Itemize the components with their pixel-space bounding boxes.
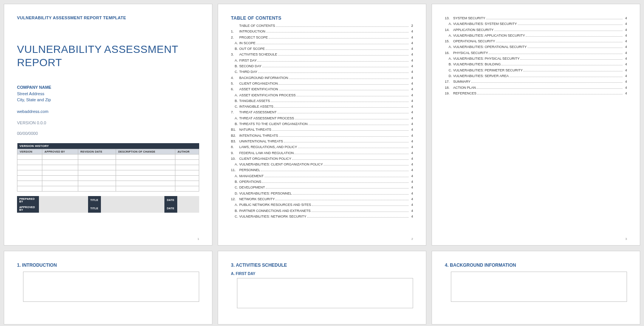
toc-number: B. [231,98,239,104]
document-title: VULNERABILITY ASSESSMENT REPORT [17,43,199,69]
toc-number: B. [231,179,239,185]
signoff-table: PREPARED BY TITLE DATE APPROVED BY TITLE… [17,196,199,213]
toc-number: 7. [231,110,239,115]
toc-dots [279,136,409,137]
toc-dots [256,44,409,44]
table-row [17,170,199,175]
toc-page: 4 [409,110,413,115]
toc-text: PUBLIC NETWORK RESOURCES AND SITES [239,202,311,208]
toc-dots [279,90,409,90]
toc-number: A. [231,58,239,63]
table-row [17,181,199,186]
toc-number: B. [231,121,239,127]
toc-page: 4 [623,39,627,44]
toc-text: TANGIBLE ASSETS [239,98,270,104]
toc-number: A. [231,162,239,167]
toc-text: IN SCOPE [239,40,255,46]
date-label: 00/00/0000 [17,131,199,136]
toc-entry: 18.ACTION PLAN4 [445,85,627,91]
toc-entry: 1.INTRODUCTION4 [231,29,413,34]
toc-entry: A.MANAGEMENT4 [231,173,413,179]
table-row [17,175,199,181]
toc-number: 19. [445,91,453,96]
toc-text: FIRST DAY [239,58,257,63]
toc-text: ACTIVITIES SCHEDULE [239,52,277,57]
template-header: VULNERABILITY ASSESSMENT REPORT TEMPLATE [17,15,199,20]
page-5: 3. ACTIVITIES SCHEDULE A. FIRST DAY [218,251,426,324]
page-3: 13.SYSTEM SECURITY4A.VULNERABILITIES: SY… [432,4,640,246]
toc-entry: B.VULNERABILITIES: BUILDING4 [445,62,627,67]
toc-page: 4 [623,91,627,96]
toc-number: A. [445,21,453,27]
toc-entry: C.VULNERABILITIES: NETWORK SECURITY4 [231,214,413,219]
toc-text: THREATS TO THE CLIENT ORGANIZATION [239,121,308,127]
section-3-header: 3. ACTIVITIES SCHEDULE [231,263,413,268]
toc-page: 4 [623,73,627,79]
toc-dots [523,71,622,71]
toc-text: ACTION PLAN [453,85,476,91]
toc-entry: 9.FEDERAL LAW AND REGULATION4 [231,150,413,156]
toc-dots [289,79,409,79]
content-box [451,272,627,302]
toc-text: CLIENT ORGANIZATION [239,81,278,87]
toc-dots [307,217,409,218]
toc-entry: 10.CLIENT ORGANIZATION POLICY4 [231,156,413,162]
toc-dots [295,119,409,119]
toc-page: 4 [623,56,627,62]
toc-page: 4 [409,81,413,87]
content-box [23,272,199,302]
table-row [17,186,199,191]
toc-dots [266,32,409,32]
toc-list-continued: 13.SYSTEM SECURITY4A.VULNERABILITIES: SY… [445,15,627,96]
toc-entry: A.VULNERABILITIES: CLIENT ORGANIZATION P… [231,162,413,167]
toc-page: 4 [409,40,413,46]
toc-page: 4 [623,85,627,91]
toc-dots [520,59,622,60]
toc-page: 4 [623,21,627,27]
toc-dots [486,19,622,19]
toc-dots [509,77,622,77]
toc-number: 1. [231,29,239,34]
toc-number: B2. [231,133,239,139]
toc-dots [298,148,409,148]
toc-entry: B2.INTENTIONAL THREATS4 [231,133,413,139]
toc-entry: C.DEVELOPMENT4 [231,185,413,190]
vh-col-revdate: REVISION DATE [78,149,116,154]
toc-dots [312,205,409,206]
toc-entry: A.ASSET IDENTIFICATION PROCESS4 [231,93,413,98]
page-4: 1. INTRODUCTION [4,251,212,324]
toc-dots [526,36,622,37]
toc-text: FEDERAL LAW AND REGULATION [239,150,294,156]
toc-text: APPLICATION SECURITY [453,27,494,33]
toc-text: VULNERABILITIES: PERSONNEL [239,191,292,196]
table-row [17,154,199,159]
section-4-header: 4. BACKGROUND INFORMATION [445,263,627,268]
title-label: TITLE [88,196,101,204]
toc-number: B. [231,63,239,69]
table-row [17,165,199,170]
toc-text: CLIENT ORGANIZATION POLICY [239,156,291,162]
company-block: COMPANY NAME Street Address City, State … [17,84,199,103]
toc-number: 5. [231,81,239,87]
toc-dots [258,73,409,73]
page-number: 3 [625,237,627,241]
toc-text: TABLE OF CONTENTS [239,23,275,29]
toc-text: THIRD DAY [239,69,257,75]
toc-dots [311,212,409,212]
toc-page: 4 [409,156,413,162]
toc-number: 8. [231,144,239,150]
vh-col-approved: APPROVED BY [42,149,78,154]
toc-text: VULNERABILITIES: APPLICATION SECURITY [453,33,525,39]
toc-text: INTANGIBLE ASSETS [239,104,273,110]
toc-page: 4 [409,63,413,69]
toc-page: 4 [623,27,627,33]
toc-text: OPERATIONAL SECURITY [453,39,495,44]
toc-entry: D.VULNERABILITIES: PERSONNEL4 [231,191,413,196]
toc-number: 6. [231,87,239,92]
toc-entry: C.INTANGIBLE ASSETS4 [231,104,413,110]
page-number: 1 [198,237,199,241]
section-1-header: 1. INTRODUCTION [17,263,199,268]
toc-text: SUMMARY [453,79,471,85]
toc-page: 4 [409,139,413,144]
toc-number: A. [231,202,239,208]
